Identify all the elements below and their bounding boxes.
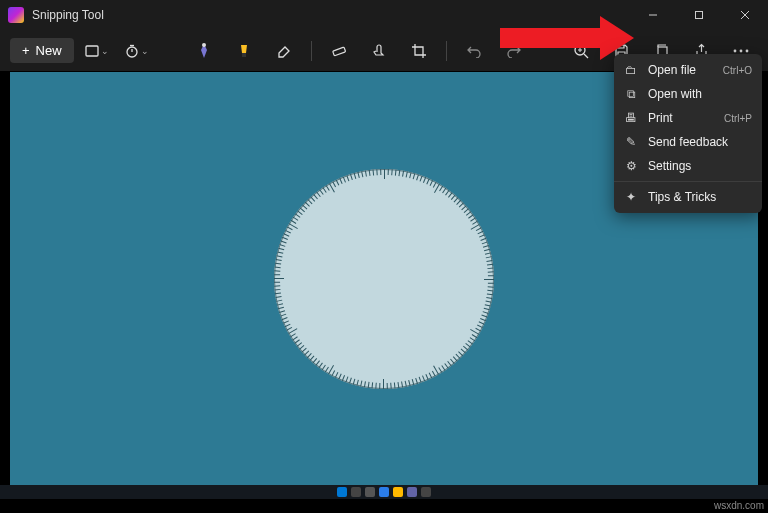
open-with-icon: ⧉: [624, 87, 638, 101]
undo-icon: [466, 44, 482, 58]
ballpoint-pen-button[interactable]: [187, 36, 221, 66]
redo-button[interactable]: [497, 36, 531, 66]
eraser-icon: [276, 44, 292, 58]
protractor-ticks: [274, 169, 494, 389]
eraser-button[interactable]: [267, 36, 301, 66]
divider: [311, 41, 312, 61]
lightbulb-icon: ✦: [624, 190, 638, 204]
touch-writing-button[interactable]: [362, 36, 396, 66]
app-title: Snipping Tool: [32, 8, 104, 22]
svg-point-18: [746, 49, 749, 52]
snip-mode-button[interactable]: [80, 36, 114, 66]
protractor-tool[interactable]: [274, 169, 494, 389]
search-icon[interactable]: [351, 487, 361, 497]
menu-send-feedback[interactable]: ✎ Send feedback: [614, 130, 762, 154]
edge-icon[interactable]: [379, 487, 389, 497]
menu-label: Open file: [648, 63, 696, 77]
menu-label: Send feedback: [648, 135, 728, 149]
delay-button[interactable]: [120, 36, 154, 66]
app-taskbar-icon[interactable]: [407, 487, 417, 497]
menu-divider: [614, 181, 762, 182]
shortcut: Ctrl+P: [724, 113, 752, 124]
zoom-icon: [573, 43, 589, 59]
minimize-button[interactable]: [630, 0, 676, 30]
shortcut: Ctrl+O: [723, 65, 752, 76]
gear-icon: ⚙: [624, 159, 638, 173]
zoom-button[interactable]: [564, 36, 598, 66]
svg-rect-4: [86, 46, 98, 56]
svg-line-12: [584, 54, 588, 58]
menu-label: Print: [648, 111, 673, 125]
svg-rect-10: [332, 47, 345, 56]
more-menu: 🗀 Open file Ctrl+O ⧉ Open with 🖶 Print C…: [614, 54, 762, 213]
feedback-icon: ✎: [624, 135, 638, 149]
ruler-button[interactable]: [322, 36, 356, 66]
svg-point-16: [734, 49, 737, 52]
menu-settings[interactable]: ⚙ Settings: [614, 154, 762, 178]
crop-button[interactable]: [402, 36, 436, 66]
ruler-icon: [331, 43, 347, 59]
start-icon[interactable]: [337, 487, 347, 497]
watermark: wsxdn.com: [714, 500, 764, 511]
svg-rect-1: [696, 12, 703, 19]
taskbar[interactable]: [0, 485, 768, 499]
window-controls: [630, 0, 768, 30]
print-icon: 🖶: [624, 111, 638, 125]
menu-tips[interactable]: ✦ Tips & Tricks: [614, 185, 762, 209]
svg-rect-9: [242, 53, 246, 57]
svg-point-17: [740, 49, 743, 52]
taskview-icon[interactable]: [365, 487, 375, 497]
divider: [446, 41, 447, 61]
crop-icon: [411, 43, 427, 59]
pen-icon: [197, 42, 211, 60]
rectangle-icon: [85, 45, 99, 57]
app-taskbar-icon[interactable]: [421, 487, 431, 497]
new-label: New: [36, 43, 62, 58]
redo-icon: [506, 44, 522, 58]
menu-print[interactable]: 🖶 Print Ctrl+P: [614, 106, 762, 130]
highlighter-icon: [237, 43, 251, 59]
menu-label: Open with: [648, 87, 702, 101]
titlebar-left: Snipping Tool: [8, 7, 104, 23]
titlebar: Snipping Tool: [0, 0, 768, 30]
close-button[interactable]: [722, 0, 768, 30]
touch-icon: [371, 43, 387, 59]
app-icon: [8, 7, 24, 23]
explorer-icon[interactable]: [393, 487, 403, 497]
highlighter-button[interactable]: [227, 36, 261, 66]
svg-point-8: [202, 43, 206, 47]
menu-open-with[interactable]: ⧉ Open with: [614, 82, 762, 106]
new-button[interactable]: + New: [10, 38, 74, 63]
undo-button[interactable]: [457, 36, 491, 66]
menu-open-file[interactable]: 🗀 Open file Ctrl+O: [614, 58, 762, 82]
ellipsis-icon: [733, 49, 749, 53]
maximize-button[interactable]: [676, 0, 722, 30]
menu-label: Tips & Tricks: [648, 190, 716, 204]
plus-icon: +: [22, 43, 30, 58]
timer-icon: [125, 44, 139, 58]
menu-label: Settings: [648, 159, 691, 173]
folder-open-icon: 🗀: [624, 63, 638, 77]
